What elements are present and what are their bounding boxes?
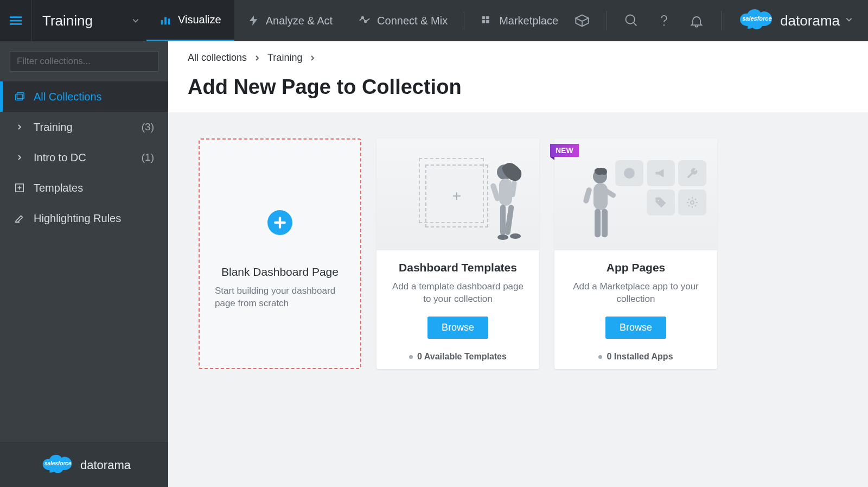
card-blank-dashboard[interactable]: Blank Dashboard Page Start building your… (199, 138, 361, 369)
card-illustration: + (376, 138, 539, 250)
card-stat: 0 Installed Apps (598, 352, 673, 362)
breadcrumb-item[interactable]: Training (267, 52, 302, 64)
browse-apps-button[interactable]: Browse (605, 317, 666, 339)
filter-collections-input[interactable] (10, 51, 158, 72)
bell-icon[interactable] (688, 12, 705, 29)
page-title: Add New Page to Collection (188, 75, 848, 99)
svg-rect-36 (583, 187, 592, 204)
workspace-switcher[interactable]: Training (0, 0, 146, 41)
sidebar-item-label: Training (34, 121, 73, 134)
svg-point-17 (663, 24, 665, 26)
sidebar-item-templates[interactable]: Templates (0, 173, 168, 203)
card-title: App Pages (607, 261, 666, 274)
sidebar-item-label: Intro to DC (34, 151, 86, 164)
brand-cloud-text: salesforce (742, 15, 771, 22)
card-title: Blank Dashboard Page (221, 265, 339, 279)
svg-point-8 (365, 21, 367, 23)
highlight-icon (14, 213, 25, 223)
tab-connect[interactable]: Connect & Mix (346, 0, 461, 41)
divider (721, 11, 722, 30)
menu-icon[interactable] (0, 0, 31, 41)
divider (464, 11, 464, 30)
salesforce-cloud-icon: salesforce (40, 453, 75, 477)
svg-rect-31 (505, 205, 514, 236)
tab-label: Connect & Mix (377, 15, 448, 27)
package-icon[interactable] (574, 12, 590, 29)
card-title: Dashboard Templates (399, 261, 517, 274)
svg-rect-4 (164, 17, 167, 24)
svg-point-44 (691, 201, 694, 204)
card-desc: Add a Marketplace app to your collection (566, 281, 705, 306)
sidebar-item-highlighting-rules[interactable]: Highlighting Rules (0, 203, 168, 233)
collection-count: (1) (142, 151, 154, 163)
svg-point-7 (362, 17, 364, 19)
chevron-right-icon (14, 124, 25, 130)
main-tabs: Visualize Analyze & Act Connect & Mix Ma… (146, 0, 571, 41)
svg-marker-13 (576, 15, 588, 22)
svg-point-33 (510, 233, 521, 239)
svg-rect-5 (168, 18, 170, 24)
template-frame-icon: + (425, 165, 488, 227)
svg-point-15 (626, 15, 635, 24)
gear-icon (678, 189, 706, 216)
tag-icon (647, 189, 675, 216)
breadcrumb: All collections Training (188, 52, 848, 64)
card-grid: Blank Dashboard Page Start building your… (168, 112, 868, 487)
search-icon[interactable] (623, 12, 640, 29)
chevron-right-icon (310, 52, 315, 64)
collections-icon (14, 92, 25, 102)
svg-line-16 (634, 23, 637, 26)
app-tiles (615, 160, 706, 216)
topbar-actions: salesforce datorama (574, 8, 868, 34)
svg-rect-10 (486, 16, 489, 20)
main-content: All collections Training Add New Page to… (168, 41, 868, 487)
sidebar-item-training[interactable]: Training (3) (0, 112, 168, 142)
brand-name: datorama (780, 12, 840, 29)
svg-point-32 (497, 235, 508, 240)
megaphone-icon (647, 160, 675, 186)
svg-marker-6 (249, 16, 257, 26)
chevron-right-icon (14, 154, 25, 161)
svg-rect-3 (161, 20, 163, 24)
chevron-right-icon (254, 52, 260, 64)
bolt-icon (247, 15, 259, 27)
chevron-down-icon[interactable] (125, 17, 146, 24)
svg-rect-9 (482, 16, 486, 20)
svg-rect-11 (482, 20, 486, 23)
svg-rect-35 (593, 183, 608, 210)
tab-label: Visualize (178, 14, 221, 26)
sidebar: All Collections Training (3) Intro to DC… (0, 41, 168, 487)
card-app-pages: NEW App Pages (554, 138, 717, 369)
tab-analyze[interactable]: Analyze & Act (234, 0, 346, 41)
plus-circle-icon (267, 210, 292, 235)
browse-templates-button[interactable]: Browse (427, 317, 488, 339)
brand[interactable]: salesforce datorama (738, 8, 853, 34)
svg-rect-12 (486, 20, 489, 23)
wrench-icon (678, 160, 706, 186)
svg-rect-39 (602, 209, 608, 237)
sidebar-item-label: Templates (34, 182, 83, 194)
chevron-down-icon[interactable] (845, 16, 853, 26)
help-icon[interactable] (656, 12, 672, 29)
card-stat: 0 Available Templates (409, 352, 507, 362)
sidebar-item-label: Highlighting Rules (34, 212, 121, 225)
workspace-name: Training (31, 12, 125, 29)
svg-rect-27 (499, 179, 512, 206)
tab-label: Marketplace (499, 15, 558, 27)
tab-marketplace[interactable]: Marketplace (468, 0, 571, 41)
svg-rect-30 (500, 205, 506, 235)
footer-brand-name: datorama (80, 458, 131, 472)
grid-icon (481, 15, 493, 27)
svg-rect-18 (16, 94, 23, 100)
sidebar-item-label: All Collections (34, 91, 102, 103)
sidebar-item-intro-to-dc[interactable]: Intro to DC (1) (0, 142, 168, 173)
breadcrumb-item[interactable]: All collections (188, 52, 247, 64)
target-icon (615, 160, 643, 186)
top-nav: Training Visualize Analyze & Act Connect… (0, 0, 868, 41)
tab-visualize[interactable]: Visualize (146, 0, 234, 42)
svg-rect-38 (595, 209, 601, 237)
bar-chart-icon (159, 14, 171, 26)
sidebar-footer-brand: salesforce datorama (0, 442, 168, 487)
sidebar-item-all-collections[interactable]: All Collections (0, 81, 168, 112)
tab-label: Analyze & Act (266, 15, 333, 27)
